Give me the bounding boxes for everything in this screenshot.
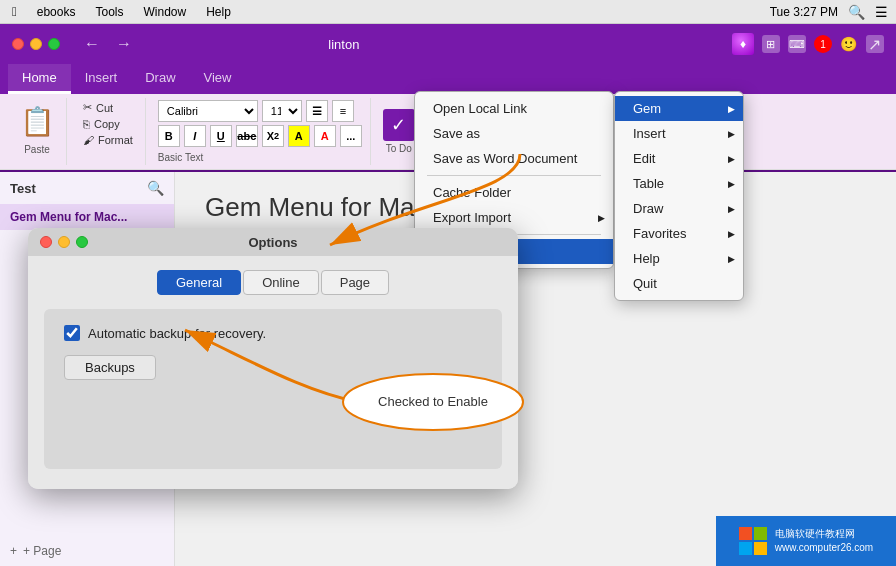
window-title: linton	[328, 37, 359, 52]
sidebar-title: Test	[10, 181, 141, 196]
submenu-quit[interactable]: Quit	[615, 271, 743, 296]
submenu-draw[interactable]: Draw	[615, 196, 743, 221]
subscript-button[interactable]: X2	[262, 125, 284, 147]
watermark: 电脑软硬件教程网 www.computer26.com	[716, 516, 896, 566]
titlebar: ← → linton ♦ ⊞ ⌨ 1 🙂 ↗	[0, 24, 896, 64]
menubar-help[interactable]: Help	[202, 3, 235, 21]
dialog-fullscreen-button[interactable]	[76, 236, 88, 248]
submenu-gem[interactable]: Gem	[615, 96, 743, 121]
minimize-button[interactable]	[30, 38, 42, 50]
fullscreen-button[interactable]	[48, 38, 60, 50]
font-group: Calibri 11 ☰ ≡ B I U abc X2 A A ...	[150, 98, 371, 165]
sidebar-search-button[interactable]: 🔍	[147, 180, 164, 196]
font-row-2: B I U abc X2 A A ...	[158, 125, 362, 147]
menu-export-import[interactable]: Export Import	[415, 205, 613, 230]
win-blue	[739, 542, 752, 555]
strikethrough-button[interactable]: abc	[236, 125, 258, 147]
tab-online[interactable]: Online	[243, 270, 319, 295]
backup-checkbox[interactable]	[64, 325, 80, 341]
dialog-body: Automatic backup for recovery. Backups	[44, 309, 502, 469]
menu-save-as-word[interactable]: Save as Word Document	[415, 146, 613, 171]
tab-page[interactable]: Page	[321, 270, 389, 295]
menubar-ebooks[interactable]: ebooks	[33, 3, 80, 21]
close-button[interactable]	[12, 38, 24, 50]
tab-home[interactable]: Home	[8, 64, 71, 94]
dialog-minimize-button[interactable]	[58, 236, 70, 248]
forward-button[interactable]: →	[110, 33, 138, 55]
tab-general[interactable]: General	[157, 270, 241, 295]
list-icon[interactable]: ☰	[875, 4, 888, 20]
more-formatting[interactable]: ...	[340, 125, 362, 147]
todo-check-icon: ✓	[383, 109, 415, 141]
apple-menu[interactable]: 	[8, 2, 21, 21]
list-button[interactable]: ☰	[306, 100, 328, 122]
submenu-help[interactable]: Help	[615, 246, 743, 271]
paste-label: Paste	[24, 144, 50, 155]
menu-save-as[interactable]: Save as	[415, 121, 613, 146]
align-button[interactable]: ≡	[332, 100, 354, 122]
menu-cache-folder[interactable]: Cache Folder	[415, 180, 613, 205]
cut-label: Cut	[96, 102, 113, 114]
tab-draw[interactable]: Draw	[131, 64, 189, 94]
windows-logo	[739, 527, 767, 555]
options-dialog: Options General Online Page Automatic ba…	[28, 228, 518, 489]
basic-text-label: Basic Text	[158, 152, 203, 163]
submenu-table[interactable]: Table	[615, 171, 743, 196]
search-icon[interactable]: 🔍	[848, 4, 865, 20]
submenu-favorites[interactable]: Favorites	[615, 221, 743, 246]
backups-button[interactable]: Backups	[64, 355, 156, 380]
format-label: Format	[98, 134, 133, 146]
plus-icon: +	[10, 544, 17, 558]
paste-group: 📋 Paste	[8, 98, 67, 165]
menu-open-local[interactable]: Open Local Link	[415, 96, 613, 121]
titlebar-right: ♦ ⊞ ⌨ 1 🙂 ↗	[732, 33, 884, 55]
tab-insert[interactable]: Insert	[71, 64, 132, 94]
underline-button[interactable]: U	[210, 125, 232, 147]
italic-button[interactable]: I	[184, 125, 206, 147]
cut-item[interactable]: ✂ Cut	[79, 100, 137, 115]
separator-1	[427, 175, 601, 176]
back-button[interactable]: ←	[78, 33, 106, 55]
dialog-close-button[interactable]	[40, 236, 52, 248]
copy-icon: ⎘	[83, 118, 90, 130]
menubar-tools[interactable]: Tools	[91, 3, 127, 21]
backup-label: Automatic backup for recovery.	[88, 326, 266, 341]
dialog-traffic-lights	[40, 236, 88, 248]
submenu-gem: Gem Insert Edit Table Draw Favorites Hel…	[614, 91, 744, 301]
monitor-icon[interactable]: ⊞	[762, 35, 780, 53]
win-green	[754, 527, 767, 540]
titlebar-nav: ← →	[78, 33, 138, 55]
font-row-1: Calibri 11 ☰ ≡	[158, 100, 362, 122]
sidebar-active-item[interactable]: Gem Menu for Mac...	[0, 204, 174, 230]
gem-icon[interactable]: ♦	[732, 33, 754, 55]
traffic-lights	[12, 38, 60, 50]
copy-item[interactable]: ⎘ Copy	[79, 117, 137, 131]
notification-icon[interactable]: 1	[814, 35, 832, 53]
add-page-button[interactable]: + + Page	[0, 536, 174, 566]
scissors-icon: ✂	[83, 101, 92, 114]
menubar-window[interactable]: Window	[139, 3, 190, 21]
submenu-insert[interactable]: Insert	[615, 121, 743, 146]
font-size-select[interactable]: 11	[262, 100, 302, 122]
emoji-icon[interactable]: 🙂	[840, 35, 858, 53]
todo-label: To Do	[386, 143, 412, 154]
watermark-line2: www.computer26.com	[775, 541, 873, 555]
highlight-button[interactable]: A	[288, 125, 310, 147]
submenu-edit[interactable]: Edit	[615, 146, 743, 171]
backup-row: Automatic backup for recovery.	[64, 325, 482, 341]
keyboard-icon[interactable]: ⌨	[788, 35, 806, 53]
paste-button[interactable]: 📋	[16, 100, 58, 142]
font-color-button[interactable]: A	[314, 125, 336, 147]
format-item[interactable]: 🖌 Format	[79, 133, 137, 147]
bold-button[interactable]: B	[158, 125, 180, 147]
format-icon: 🖌	[83, 134, 94, 146]
tab-view[interactable]: View	[190, 64, 246, 94]
dialog-tabs: General Online Page	[44, 270, 502, 295]
dialog-title: Options	[248, 235, 297, 250]
win-yellow	[754, 542, 767, 555]
mac-menubar-right: Tue 3:27 PM 🔍 ☰	[770, 4, 888, 20]
watermark-text: 电脑软硬件教程网 www.computer26.com	[775, 527, 873, 555]
menu-clock: Tue 3:27 PM	[770, 5, 838, 19]
share-icon[interactable]: ↗	[866, 35, 884, 53]
font-name-select[interactable]: Calibri	[158, 100, 258, 122]
